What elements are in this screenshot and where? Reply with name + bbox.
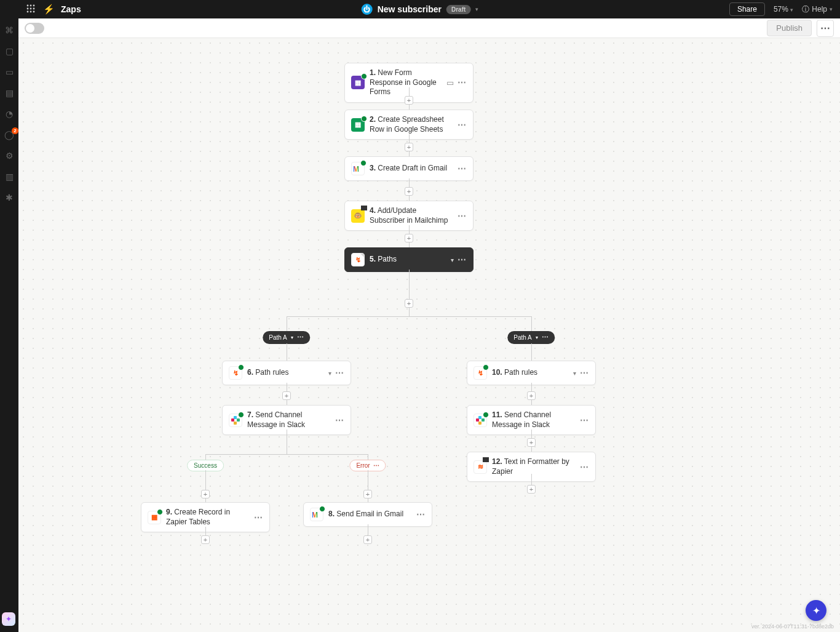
step-label: 12. Text in Formatter by Zapier xyxy=(492,457,575,476)
step-more-icon[interactable]: ⋯ xyxy=(458,78,467,87)
flow-container: ▦ 1. New Form Response in Google Forms ▭… xyxy=(18,38,840,632)
step-6[interactable]: ↯ 6. Path rules ▾⋯ xyxy=(222,361,351,385)
step-label: 3. Create Draft in Gmail xyxy=(370,164,453,174)
google-sheets-icon: ▦ xyxy=(351,118,365,132)
collapse-chevron-icon[interactable]: ▾ xyxy=(573,370,576,377)
add-path-button[interactable]: + xyxy=(405,299,413,308)
step-3[interactable]: 3. Create Draft in Gmail ⋯ xyxy=(344,156,473,181)
header-center: ⏻ New subscriber Draft ▾ xyxy=(362,4,479,15)
connector xyxy=(409,270,410,316)
rail-command-icon[interactable]: ⌘ xyxy=(4,25,15,36)
connector xyxy=(287,343,287,361)
zap-enabled-toggle[interactable] xyxy=(25,23,44,34)
rail-settings-icon[interactable]: ⚙ xyxy=(4,150,15,161)
share-button[interactable]: Share xyxy=(729,2,765,16)
rail-chat-icon[interactable]: ▭ xyxy=(4,66,15,78)
zoom-level[interactable]: 57% ▾ xyxy=(774,5,793,14)
chevron-down-icon[interactable]: ▾ xyxy=(291,335,293,340)
help-icon: ⓘ xyxy=(802,4,809,15)
add-step-button[interactable]: + xyxy=(363,490,372,498)
header-right: Share 57% ▾ ⓘ Help ▾ xyxy=(729,2,833,16)
rail-calendar-icon[interactable]: ▤ xyxy=(4,87,15,98)
zap-name-chevron-icon[interactable]: ▾ xyxy=(475,6,478,12)
step-label: 10. Path rules xyxy=(492,368,568,378)
status-ok-icon xyxy=(483,412,489,418)
step-more-icon[interactable]: ⋯ xyxy=(580,368,589,378)
add-step-button[interactable]: + xyxy=(405,143,413,151)
split-connector xyxy=(205,454,368,455)
chevron-down-icon[interactable]: ▾ xyxy=(536,335,538,340)
status-badge: Draft xyxy=(446,5,470,14)
path-more-icon[interactable]: ⋯ xyxy=(297,334,304,342)
connector xyxy=(531,316,532,331)
rail-history-icon[interactable]: ◔ xyxy=(4,108,15,119)
add-step-button[interactable]: + xyxy=(201,535,210,544)
step-more-icon[interactable]: ⋯ xyxy=(335,415,344,425)
step-more-icon[interactable]: ⋯ xyxy=(458,211,467,221)
help-chevron-icon: ▾ xyxy=(830,6,833,12)
google-forms-icon: ▦ xyxy=(351,76,365,89)
add-step-button[interactable]: + xyxy=(527,391,536,400)
step-more-icon[interactable]: ⋯ xyxy=(458,255,467,265)
breadcrumb-zaps[interactable]: Zaps xyxy=(61,4,81,14)
step-label: 1. New Form Response in Google Forms xyxy=(370,68,442,97)
step-label: 7. Send Channel Message in Slack xyxy=(247,410,330,430)
step-more-icon[interactable]: ⋯ xyxy=(580,415,589,425)
step-more-icon[interactable]: ⋯ xyxy=(254,513,263,522)
add-step-button[interactable]: + xyxy=(201,490,210,498)
step-more-icon[interactable]: ⋯ xyxy=(335,368,344,378)
add-step-button[interactable]: + xyxy=(405,234,413,242)
step-label: 9. Create Record in Zapier Tables xyxy=(166,508,249,527)
step-label: 4. Add/Update Subscriber in Mailchimp xyxy=(370,206,453,225)
step-10[interactable]: ↯ 10. Path rules ▾⋯ xyxy=(467,361,596,385)
version-text: ver. 2024-06-07T11:31-7bd8e2db xyxy=(751,623,834,630)
status-ok-icon xyxy=(360,160,367,166)
path-rules-icon: ↯ xyxy=(473,366,487,380)
ai-assistant-fab[interactable]: ✦ xyxy=(806,600,826,621)
svg-point-6 xyxy=(27,11,29,13)
add-step-button[interactable]: + xyxy=(527,485,536,494)
path-a-left-pill[interactable]: Path A ▾ ⋯ xyxy=(263,331,310,344)
add-step-button[interactable]: + xyxy=(405,187,413,196)
apps-grid-icon[interactable] xyxy=(26,4,37,15)
step-label: 6. Path rules xyxy=(247,368,323,378)
svg-point-1 xyxy=(30,5,32,7)
add-step-button[interactable]: + xyxy=(363,535,372,544)
status-warning-icon xyxy=(483,457,489,462)
fold-icon xyxy=(360,254,364,257)
sub-toolbar: Publish ⋯ xyxy=(18,18,840,38)
rail-alerts-icon[interactable]: ◯2 xyxy=(4,129,15,140)
add-step-button[interactable]: + xyxy=(527,438,536,447)
step-more-icon[interactable]: ⋯ xyxy=(458,164,467,174)
slack-icon xyxy=(473,414,487,427)
ai-sparkle-icon[interactable]: ✦ xyxy=(2,612,15,626)
step-more-icon[interactable]: ⋯ xyxy=(580,462,589,472)
header: ⚡ Zaps ⏻ New subscriber Draft ▾ Share 57… xyxy=(0,0,840,18)
svg-point-5 xyxy=(33,8,35,10)
slack-icon xyxy=(229,414,242,427)
svg-point-0 xyxy=(27,5,29,7)
status-ok-icon xyxy=(361,73,367,79)
paths-icon: ↯ xyxy=(351,253,365,266)
zap-name[interactable]: New subscriber xyxy=(378,4,442,14)
step-note-icon[interactable]: ▭ xyxy=(446,78,454,87)
step-5-paths[interactable]: ↯ 5. Paths ▾ ⋯ xyxy=(344,247,473,272)
editor-canvas[interactable]: ▦ 1. New Form Response in Google Forms ▭… xyxy=(18,38,840,632)
rail-note-icon[interactable]: ▢ xyxy=(4,46,15,57)
path-label: Path A xyxy=(269,334,287,341)
svg-point-8 xyxy=(33,11,35,13)
path-more-icon[interactable]: ⋯ xyxy=(542,334,549,342)
publish-button[interactable]: Publish xyxy=(767,20,812,36)
step-more-icon[interactable]: ⋯ xyxy=(416,510,426,519)
step-8[interactable]: 8. Send Email in Gmail ⋯ xyxy=(303,502,432,527)
collapse-chevron-icon[interactable]: ▾ xyxy=(451,257,454,263)
path-a-right-pill[interactable]: Path A ▾ ⋯ xyxy=(507,331,555,344)
add-step-button[interactable]: + xyxy=(282,391,291,400)
rail-bug-icon[interactable]: ✱ xyxy=(4,192,15,203)
add-step-button[interactable]: + xyxy=(405,96,413,105)
collapse-chevron-icon[interactable]: ▾ xyxy=(328,370,331,377)
editor-more-button[interactable]: ⋯ xyxy=(817,20,834,37)
step-more-icon[interactable]: ⋯ xyxy=(458,120,467,130)
help-menu[interactable]: ⓘ Help ▾ xyxy=(802,4,833,15)
rail-archive-icon[interactable]: ▥ xyxy=(4,171,15,182)
